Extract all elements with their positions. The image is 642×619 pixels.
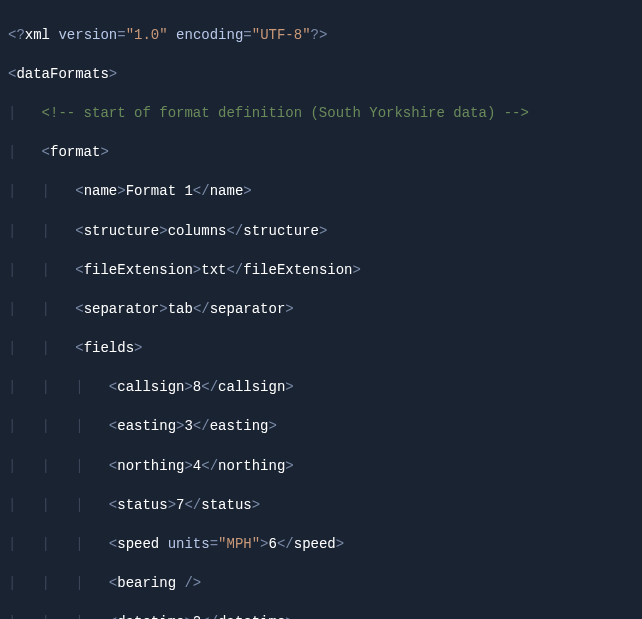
field-easting: | | | <easting>3</easting>	[8, 417, 634, 437]
field-status: | | | <status>7</status>	[8, 496, 634, 516]
separator-element: | | <separator>tab</separator>	[8, 300, 634, 320]
field-callsign: | | | <callsign>8</callsign>	[8, 378, 634, 398]
fields-open: | | <fields>	[8, 339, 634, 359]
xml-declaration: <?xml version="1.0" encoding="UTF-8"?>	[8, 26, 634, 46]
format-open: | <format>	[8, 143, 634, 163]
field-bearing: | | | <bearing />	[8, 574, 634, 594]
file-extension-element: | | <fileExtension>txt</fileExtension>	[8, 261, 634, 281]
name-element: | | <name>Format 1</name>	[8, 182, 634, 202]
field-northing: | | | <northing>4</northing>	[8, 457, 634, 477]
comment-line: | <!-- start of format definition (South…	[8, 104, 634, 124]
structure-element: | | <structure>columns</structure>	[8, 222, 634, 242]
field-speed: | | | <speed units="MPH">6</speed>	[8, 535, 634, 555]
root-open: <dataFormats>	[8, 65, 634, 85]
field-datetime: | | | <datetime>2</datetime>	[8, 613, 634, 619]
xml-code-block: <?xml version="1.0" encoding="UTF-8"?> <…	[0, 0, 642, 619]
